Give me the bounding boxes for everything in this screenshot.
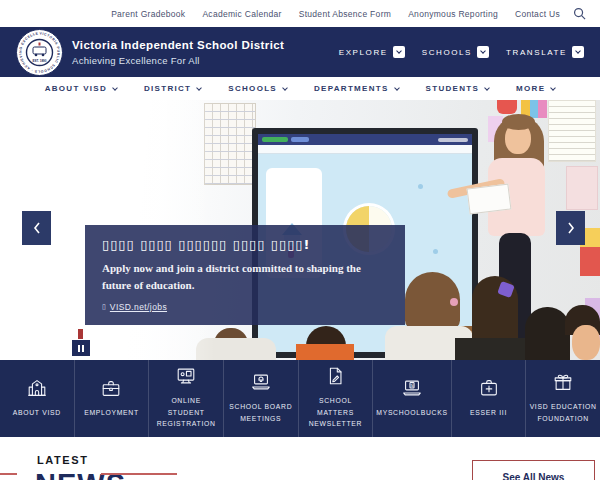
computer-monitor-icon [175, 365, 197, 387]
site-header: VICTORIA PUBLIC SCHOOLS · ACHIEVING EXCE… [0, 27, 600, 77]
topbar-link-academic-calendar[interactable]: Academic Calendar [202, 9, 281, 19]
nav-schools[interactable]: SCHOOLS [228, 84, 287, 93]
quicklink-label: ABOUT VISD [13, 407, 61, 419]
carousel-next-button[interactable] [556, 211, 585, 245]
hero-body-text: Apply now and join a district committed … [102, 260, 388, 293]
smartboard-topbar [258, 134, 472, 145]
main-nav: ABOUT VISD DISTRICT SCHOOLS DEPARTMENTS … [0, 77, 600, 100]
nav-about-visd[interactable]: ABOUT VISD [45, 84, 117, 93]
nav-departments[interactable]: DEPARTMENTS [314, 84, 399, 93]
chevron-down-icon [572, 46, 584, 58]
chevron-down-icon [196, 85, 202, 91]
schools-menu-label: SCHOOLS [422, 48, 472, 57]
hero-carousel: ▯▯▯▯ ▯▯▯▯ ▯▯▯▯▯▯ ▯▯▯▯ ▯▯▯▯! Apply now an… [0, 100, 600, 360]
nav-label: MORE [516, 84, 545, 93]
pause-icon [78, 345, 80, 352]
red-accent-line [101, 473, 177, 475]
briefcase-icon [100, 377, 122, 399]
nav-more[interactable]: MORE [516, 84, 555, 93]
smartboard-toolbar [258, 145, 472, 154]
brand-block: Victoria Independent School District Ach… [72, 39, 284, 66]
news-eyebrow: LATEST [37, 454, 89, 466]
nav-label: SCHOOLS [228, 84, 277, 93]
quicklink-school-board-meetings[interactable]: SCHOOL BOARD MEETINGS [223, 360, 298, 437]
district-name: Victoria Independent School District [72, 39, 284, 51]
document-pencil-icon [324, 365, 346, 387]
chevron-down-icon [393, 46, 405, 58]
translate-menu[interactable]: TRANSLATE [506, 46, 584, 58]
hero-slide-panel: ▯▯▯▯ ▯▯▯▯ ▯▯▯▯▯▯ ▯▯▯▯ ▯▯▯▯! Apply now an… [85, 225, 405, 325]
gift-icon [552, 371, 574, 393]
chevron-down-icon [477, 46, 489, 58]
latest-news-section: LATEST NEWS See All News [0, 437, 600, 480]
topbar: Parent Gradebook Academic Calendar Stude… [0, 0, 600, 27]
explore-menu[interactable]: EXPLORE [339, 46, 405, 58]
district-tagline: Achieving Excellence For All [72, 55, 284, 66]
wall-poster [497, 100, 517, 114]
teacher-papers [467, 184, 512, 215]
seal-est-text: EST. 1890 [33, 59, 47, 63]
hero-link-row: ▯ VISD.net/jobs [102, 302, 388, 312]
topbar-link-student-absence-form[interactable]: Student Absence Form [299, 9, 391, 19]
visd-homepage: Parent Gradebook Academic Calendar Stude… [0, 0, 600, 480]
quicklink-about-visd[interactable]: ABOUT VISD [0, 360, 74, 437]
quicklink-esser-iii[interactable]: ESSER III [451, 360, 526, 437]
quicklink-myschoolbucks[interactable]: $ MYSCHOOLBUCKS [372, 360, 450, 437]
carousel-prev-button[interactable] [22, 211, 51, 245]
chevron-down-icon [112, 85, 118, 91]
nav-label: ABOUT VISD [45, 84, 107, 93]
see-all-news-button[interactable]: See All News [472, 460, 595, 480]
teacher-figure [502, 114, 535, 130]
quicklink-label: SCHOOL MATTERS NEWSLETTER [302, 395, 370, 430]
student-figure [572, 325, 600, 360]
slide-progress-indicator [78, 329, 83, 339]
hero-heading: ▯▯▯▯ ▯▯▯▯ ▯▯▯▯▯▯ ▯▯▯▯ ▯▯▯▯! [102, 237, 388, 252]
hero-jobs-link[interactable]: VISD.net/jobs [110, 302, 167, 312]
schools-menu[interactable]: SCHOOLS [422, 46, 489, 58]
student-figure [455, 338, 535, 360]
chevron-down-icon [394, 85, 400, 91]
svg-text:$: $ [410, 382, 413, 388]
quicklink-online-student-registration[interactable]: ONLINE STUDENT REGISTRATION [148, 360, 223, 437]
laptop-dollar-icon: $ [401, 377, 423, 399]
nav-label: DISTRICT [144, 84, 191, 93]
wall-poster [548, 100, 596, 162]
nav-label: STUDENTS [426, 84, 480, 93]
quicklink-label: MYSCHOOLBUCKS [376, 407, 447, 419]
header-menus: EXPLORE SCHOOLS TRANSLATE [339, 46, 584, 58]
quicklink-label: SCHOOL BOARD MEETINGS [227, 401, 295, 424]
quicklink-label: ESSER III [470, 407, 507, 419]
quicklinks-bar: ABOUT VISD EMPLOYMENT ONLINE STUDENT REG… [0, 360, 600, 437]
topbar-links: Parent Gradebook Academic Calendar Stude… [111, 9, 560, 19]
quicklink-label: ONLINE STUDENT REGISTRATION [152, 395, 220, 430]
chevron-down-icon [550, 85, 556, 91]
topbar-link-contact-us[interactable]: Contact Us [515, 9, 560, 19]
quicklink-employment[interactable]: EMPLOYMENT [74, 360, 149, 437]
chevron-down-icon [484, 85, 490, 91]
case-plus-icon [478, 377, 500, 399]
tofu-glyph: ▯ [102, 303, 106, 311]
quicklink-school-matters-newsletter[interactable]: SCHOOL MATTERS NEWSLETTER [298, 360, 373, 437]
quicklink-visd-education-foundation[interactable]: VISD EDUCATION FOUNDATION [525, 360, 600, 437]
carousel-pause-button[interactable] [72, 340, 90, 356]
explore-menu-label: EXPLORE [339, 48, 388, 57]
translate-menu-label: TRANSLATE [506, 48, 567, 57]
quicklink-label: EMPLOYMENT [84, 407, 139, 419]
search-icon[interactable] [573, 7, 586, 20]
topbar-link-anonymous-reporting[interactable]: Anonymous Reporting [408, 9, 498, 19]
hundreds-chart-poster [204, 103, 256, 185]
chevron-down-icon [282, 85, 288, 91]
wall-poster [566, 166, 598, 210]
student-figure [525, 307, 570, 360]
quicklink-label: VISD EDUCATION FOUNDATION [529, 401, 597, 424]
nav-district[interactable]: DISTRICT [144, 84, 201, 93]
topbar-link-parent-gradebook[interactable]: Parent Gradebook [111, 9, 185, 19]
student-figure [296, 344, 354, 360]
nav-label: DEPARTMENTS [314, 84, 389, 93]
nav-students[interactable]: STUDENTS [426, 84, 490, 93]
school-building-icon [26, 377, 48, 399]
student-figure [450, 298, 458, 306]
chevron-right-icon [566, 221, 576, 235]
district-seal-logo[interactable]: VICTORIA PUBLIC SCHOOLS · ACHIEVING EXCE… [16, 29, 63, 76]
pause-icon [82, 345, 84, 352]
